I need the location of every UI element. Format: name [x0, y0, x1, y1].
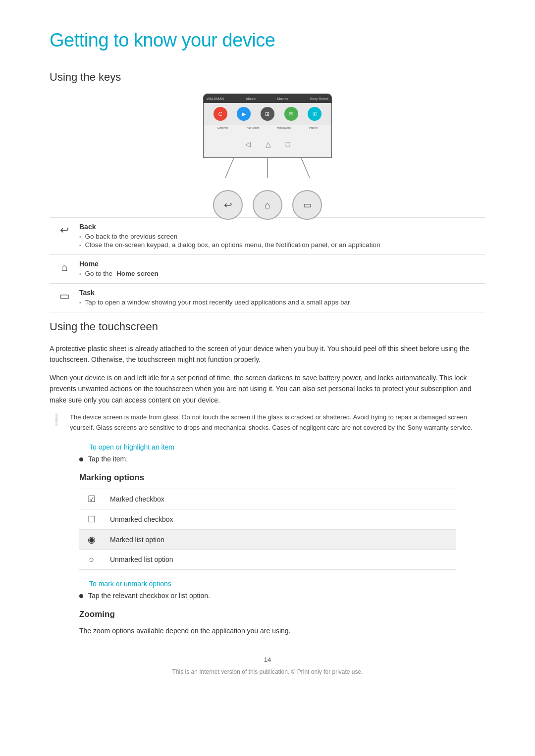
home-key-icon: ⌂: [50, 260, 79, 274]
touchscreen-para-2: When your device is on and left idle for…: [50, 372, 485, 405]
touchscreen-para-1: A protective plastic sheet is already at…: [50, 343, 485, 365]
key-row-task: ▭ Task Tap to open a window showing your…: [50, 283, 485, 312]
screen-bottom-icons: ◁ △ □: [204, 130, 331, 157]
bullet-circle-checkbox: [79, 594, 83, 598]
screen-label-album: Album: [246, 97, 256, 101]
app-icon-grid: ⊞: [261, 107, 274, 121]
home-bullet-1: Go to the Home screen: [79, 270, 485, 277]
nav-label-chrome: Chrome: [217, 126, 228, 129]
screen-label-movies: Movies: [277, 97, 288, 101]
tap-item-bullet: Tap the item.: [50, 455, 485, 463]
page-number: 14: [50, 656, 485, 663]
marking-row-2: ☐ Unmarked checkbox: [79, 509, 456, 529]
key-row-back: ↩ Back Go back to the previous screen Cl…: [50, 217, 485, 254]
device-image-container: WALKMAN Album Movies Sony Select C ▶ ⊞ ✉…: [50, 94, 485, 202]
home-key-content: Home Go to the Home screen: [79, 260, 485, 278]
marking-row-4: ○ Unmarked list option: [79, 550, 456, 569]
page-title: Getting to know your device: [50, 30, 485, 51]
app-icon-phone: ✆: [308, 107, 321, 121]
task-key-bullets: Tap to open a window showing your most r…: [79, 299, 485, 306]
back-key-name: Back: [79, 223, 485, 231]
marking-row-1: ☑ Marked checkbox: [79, 489, 456, 509]
tap-item-text: Tap the item.: [88, 455, 128, 463]
app-icon-msg: ✉: [284, 107, 298, 121]
arrow-lines-svg: [203, 158, 332, 185]
marking-label-4: Unmarked list option: [104, 550, 456, 569]
hardware-buttons: ↩ ⌂ ▭: [188, 190, 347, 220]
task-key-icon: ▭: [50, 289, 79, 302]
keys-list: ↩ Back Go back to the previous screen Cl…: [50, 217, 485, 312]
zooming-heading: Zooming: [79, 609, 485, 619]
touchscreen-section-heading: Using the touchscreen: [50, 320, 485, 333]
back-bullet-1: Go back to the previous screen: [79, 233, 485, 240]
nav-label-phone: Phone: [309, 126, 318, 129]
screen-apps-row: C ▶ ⊞ ✉ ✆: [204, 103, 331, 125]
home-key-bullets: Go to the Home screen: [79, 270, 485, 277]
keys-section-heading: Using the keys: [50, 71, 485, 84]
task-hw-button: ▭: [292, 190, 322, 220]
touchscreen-section: A protective plastic sheet is already at…: [50, 343, 485, 636]
marking-row-3: ◉ Marked list option: [79, 529, 456, 550]
home-hw-button: ⌂: [253, 190, 282, 220]
marking-icon-2: ☐: [79, 509, 104, 529]
key-row-home: ⌂ Home Go to the Home screen: [50, 254, 485, 283]
back-key-icon: ↩: [50, 223, 79, 237]
app-icon-chrome: C: [214, 107, 227, 121]
app-icon-play: ▶: [237, 107, 251, 121]
tap-checkbox-bullet: Tap the relevant checkbox or list option…: [50, 592, 485, 600]
nav-label-messaging: Messaging: [277, 126, 291, 129]
warning-icon: ❕: [50, 413, 63, 426]
bullet-circle-tap: [79, 457, 83, 461]
screen-top-bar: WALKMAN Album Movies Sony Select: [204, 94, 331, 103]
back-bullet-2: Close the on-screen keypad, a dialog box…: [79, 241, 485, 249]
phone-screen-top: WALKMAN Album Movies Sony Select C ▶ ⊞ ✉…: [203, 94, 332, 158]
zooming-body: The zoom options available depend on the…: [79, 625, 485, 636]
screen-nav-back: ◁: [245, 140, 251, 148]
marking-icon-4: ○: [79, 550, 104, 569]
device-mockup: WALKMAN Album Movies Sony Select C ▶ ⊞ ✉…: [188, 94, 347, 202]
task-key-name: Task: [79, 289, 485, 297]
back-key-bullets: Go back to the previous screen Close the…: [79, 233, 485, 249]
mark-unmark-subheading: To mark or unmark options: [89, 580, 485, 588]
screen-nav-home: △: [266, 140, 271, 148]
task-key-content: Task Tap to open a window showing your m…: [79, 289, 485, 307]
marking-options-heading: Marking options: [79, 473, 485, 483]
svg-line-2: [301, 158, 310, 178]
warning-box: ❕ The device screen is made from glass. …: [50, 412, 485, 433]
home-key-name: Home: [79, 260, 485, 268]
marking-label-3: Marked list option: [104, 529, 456, 550]
marking-icon-3: ◉: [79, 529, 104, 550]
nav-label-play: Play Store: [246, 126, 260, 129]
footer-text: This is an Internet version of this publ…: [50, 668, 485, 675]
svg-line-0: [225, 158, 234, 178]
screen-nav-task: □: [286, 140, 290, 148]
marking-label-2: Unmarked checkbox: [104, 509, 456, 529]
marking-options-table: ☑ Marked checkbox ☐ Unmarked checkbox ◉ …: [79, 489, 456, 570]
screen-label-sony: Sony Select: [310, 97, 328, 101]
back-key-content: Back Go back to the previous screen Clos…: [79, 223, 485, 250]
task-bullet-1: Tap to open a window showing your most r…: [79, 299, 485, 306]
open-highlight-subheading: To open or highlight an item: [89, 443, 485, 451]
marking-icon-1: ☑: [79, 489, 104, 509]
warning-text: The device screen is made from glass. Do…: [70, 412, 485, 433]
tap-checkbox-text: Tap the relevant checkbox or list option…: [88, 592, 210, 600]
screen-nav-labels: Chrome Play Store Messaging Phone: [204, 125, 331, 130]
back-hw-button: ↩: [213, 190, 243, 220]
marking-label-1: Marked checkbox: [104, 489, 456, 509]
screen-label-walkman: WALKMAN: [207, 97, 224, 101]
